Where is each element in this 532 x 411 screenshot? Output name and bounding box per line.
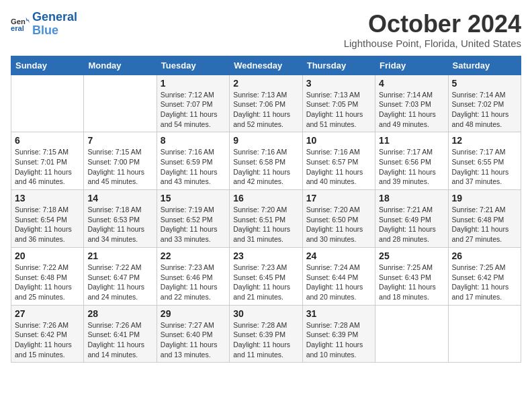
header-cell-thursday: Thursday [302, 56, 375, 75]
day-info: Sunrise: 7:22 AM Sunset: 6:48 PM Dayligh… [15, 263, 80, 302]
day-info: Sunrise: 7:26 AM Sunset: 6:42 PM Dayligh… [15, 320, 80, 360]
day-number: 3 [306, 78, 371, 89]
day-number: 24 [306, 250, 371, 261]
day-cell: 15Sunrise: 7:19 AM Sunset: 6:52 PM Dayli… [157, 190, 229, 248]
page-header: Gen eral GeneralBlue October 2024 Lighth… [11, 11, 521, 49]
day-cell: 8Sunrise: 7:16 AM Sunset: 6:59 PM Daylig… [157, 132, 229, 190]
day-info: Sunrise: 7:25 AM Sunset: 6:42 PM Dayligh… [452, 263, 517, 302]
day-cell: 25Sunrise: 7:25 AM Sunset: 6:43 PM Dayli… [375, 247, 448, 305]
day-cell [84, 75, 157, 132]
day-cell: 30Sunrise: 7:28 AM Sunset: 6:39 PM Dayli… [230, 305, 302, 363]
day-number: 23 [233, 250, 298, 261]
calendar-body: 1Sunrise: 7:12 AM Sunset: 7:07 PM Daylig… [11, 75, 521, 363]
location: Lighthouse Point, Florida, United States [344, 38, 521, 49]
week-row-1: 1Sunrise: 7:12 AM Sunset: 7:07 PM Daylig… [11, 75, 521, 132]
day-info: Sunrise: 7:20 AM Sunset: 6:50 PM Dayligh… [306, 205, 371, 244]
day-number: 19 [452, 193, 517, 203]
svg-marker-2 [26, 17, 30, 23]
day-cell: 19Sunrise: 7:21 AM Sunset: 6:48 PM Dayli… [448, 190, 521, 248]
day-cell: 2Sunrise: 7:13 AM Sunset: 7:06 PM Daylig… [230, 75, 302, 132]
day-cell [11, 75, 84, 132]
day-info: Sunrise: 7:16 AM Sunset: 6:59 PM Dayligh… [161, 147, 226, 187]
day-cell: 7Sunrise: 7:15 AM Sunset: 7:00 PM Daylig… [84, 132, 157, 190]
week-row-2: 6Sunrise: 7:15 AM Sunset: 7:01 PM Daylig… [11, 132, 521, 190]
day-number: 12 [452, 135, 517, 146]
day-number: 2 [233, 78, 298, 89]
day-cell: 17Sunrise: 7:20 AM Sunset: 6:50 PM Dayli… [302, 190, 375, 248]
day-cell: 11Sunrise: 7:17 AM Sunset: 6:56 PM Dayli… [375, 132, 448, 190]
header-cell-friday: Friday [375, 56, 448, 75]
day-info: Sunrise: 7:26 AM Sunset: 6:41 PM Dayligh… [87, 320, 152, 360]
day-number: 14 [87, 193, 152, 203]
day-cell: 5Sunrise: 7:14 AM Sunset: 7:02 PM Daylig… [448, 75, 521, 132]
day-number: 10 [306, 135, 371, 146]
calendar-table: SundayMondayTuesdayWednesdayThursdayFrid… [11, 56, 521, 363]
header-cell-wednesday: Wednesday [230, 56, 302, 75]
day-number: 8 [161, 135, 226, 146]
day-cell: 28Sunrise: 7:26 AM Sunset: 6:41 PM Dayli… [84, 305, 157, 363]
day-cell: 16Sunrise: 7:20 AM Sunset: 6:51 PM Dayli… [230, 190, 302, 248]
day-cell: 10Sunrise: 7:16 AM Sunset: 6:57 PM Dayli… [302, 132, 375, 190]
day-info: Sunrise: 7:24 AM Sunset: 6:44 PM Dayligh… [306, 263, 371, 302]
month-title: October 2024 [344, 11, 521, 38]
day-cell: 12Sunrise: 7:17 AM Sunset: 6:55 PM Dayli… [448, 132, 521, 190]
logo-icon: Gen eral [11, 15, 30, 34]
day-info: Sunrise: 7:19 AM Sunset: 6:52 PM Dayligh… [161, 205, 226, 244]
day-info: Sunrise: 7:18 AM Sunset: 6:54 PM Dayligh… [15, 205, 80, 244]
day-cell: 27Sunrise: 7:26 AM Sunset: 6:42 PM Dayli… [11, 305, 84, 363]
day-cell: 4Sunrise: 7:14 AM Sunset: 7:03 PM Daylig… [375, 75, 448, 132]
day-info: Sunrise: 7:16 AM Sunset: 6:57 PM Dayligh… [306, 147, 371, 187]
day-number: 16 [233, 193, 298, 203]
day-info: Sunrise: 7:21 AM Sunset: 6:48 PM Dayligh… [452, 205, 517, 244]
day-number: 26 [452, 250, 517, 261]
week-row-3: 13Sunrise: 7:18 AM Sunset: 6:54 PM Dayli… [11, 190, 521, 248]
day-cell: 18Sunrise: 7:21 AM Sunset: 6:49 PM Dayli… [375, 190, 448, 248]
day-cell: 20Sunrise: 7:22 AM Sunset: 6:48 PM Dayli… [11, 247, 84, 305]
day-cell: 1Sunrise: 7:12 AM Sunset: 7:07 PM Daylig… [157, 75, 229, 132]
day-number: 5 [452, 78, 517, 89]
week-row-5: 27Sunrise: 7:26 AM Sunset: 6:42 PM Dayli… [11, 305, 521, 363]
day-number: 1 [161, 78, 226, 89]
day-number: 15 [161, 193, 226, 203]
day-info: Sunrise: 7:14 AM Sunset: 7:03 PM Dayligh… [379, 90, 444, 130]
day-number: 6 [15, 135, 80, 146]
title-block: October 2024 Lighthouse Point, Florida, … [344, 11, 521, 49]
day-info: Sunrise: 7:13 AM Sunset: 7:06 PM Dayligh… [233, 90, 298, 130]
day-cell: 24Sunrise: 7:24 AM Sunset: 6:44 PM Dayli… [302, 247, 375, 305]
header-row: SundayMondayTuesdayWednesdayThursdayFrid… [11, 56, 521, 75]
day-number: 30 [233, 308, 298, 319]
day-cell: 31Sunrise: 7:28 AM Sunset: 6:39 PM Dayli… [302, 305, 375, 363]
svg-text:eral: eral [11, 24, 24, 32]
day-info: Sunrise: 7:12 AM Sunset: 7:07 PM Dayligh… [161, 90, 226, 130]
week-row-4: 20Sunrise: 7:22 AM Sunset: 6:48 PM Dayli… [11, 247, 521, 305]
day-cell: 13Sunrise: 7:18 AM Sunset: 6:54 PM Dayli… [11, 190, 84, 248]
day-number: 25 [379, 250, 444, 261]
day-cell: 21Sunrise: 7:22 AM Sunset: 6:47 PM Dayli… [84, 247, 157, 305]
day-number: 13 [15, 193, 80, 203]
day-info: Sunrise: 7:17 AM Sunset: 6:55 PM Dayligh… [452, 147, 517, 187]
day-number: 11 [379, 135, 444, 146]
day-number: 27 [15, 308, 80, 319]
day-info: Sunrise: 7:28 AM Sunset: 6:39 PM Dayligh… [306, 320, 371, 360]
day-cell: 6Sunrise: 7:15 AM Sunset: 7:01 PM Daylig… [11, 132, 84, 190]
day-number: 17 [306, 193, 371, 203]
day-info: Sunrise: 7:18 AM Sunset: 6:53 PM Dayligh… [87, 205, 152, 244]
day-cell: 26Sunrise: 7:25 AM Sunset: 6:42 PM Dayli… [448, 247, 521, 305]
calendar-header: SundayMondayTuesdayWednesdayThursdayFrid… [11, 56, 521, 75]
day-cell: 22Sunrise: 7:23 AM Sunset: 6:46 PM Dayli… [157, 247, 229, 305]
day-number: 29 [161, 308, 226, 319]
header-cell-saturday: Saturday [448, 56, 521, 75]
day-info: Sunrise: 7:15 AM Sunset: 7:00 PM Dayligh… [87, 147, 152, 187]
day-number: 7 [87, 135, 152, 146]
day-info: Sunrise: 7:21 AM Sunset: 6:49 PM Dayligh… [379, 205, 444, 244]
day-number: 21 [87, 250, 152, 261]
header-cell-monday: Monday [84, 56, 157, 75]
day-info: Sunrise: 7:23 AM Sunset: 6:46 PM Dayligh… [161, 263, 226, 302]
day-cell: 3Sunrise: 7:13 AM Sunset: 7:05 PM Daylig… [302, 75, 375, 132]
day-info: Sunrise: 7:23 AM Sunset: 6:45 PM Dayligh… [233, 263, 298, 302]
day-cell: 14Sunrise: 7:18 AM Sunset: 6:53 PM Dayli… [84, 190, 157, 248]
day-number: 20 [15, 250, 80, 261]
day-number: 28 [87, 308, 152, 319]
day-number: 18 [379, 193, 444, 203]
day-info: Sunrise: 7:17 AM Sunset: 6:56 PM Dayligh… [379, 147, 444, 187]
